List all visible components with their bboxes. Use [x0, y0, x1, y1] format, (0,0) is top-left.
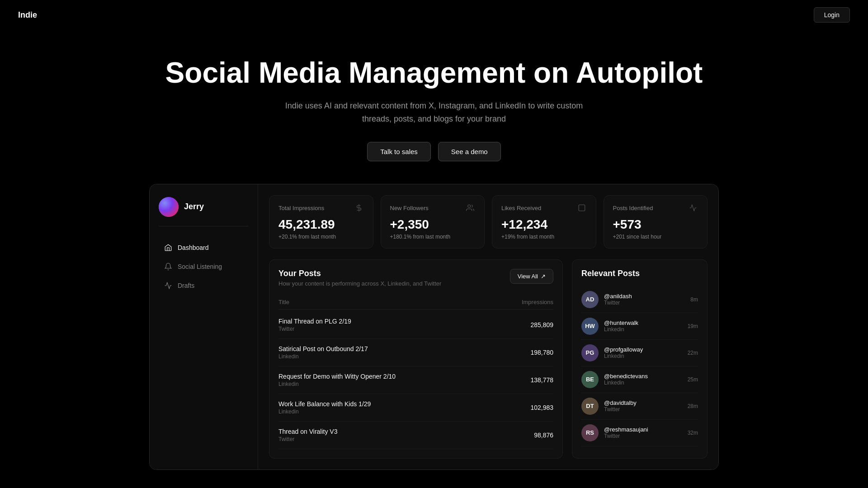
stat-change: +20.1% from last month	[278, 234, 364, 240]
row-impressions: 285,809	[530, 321, 553, 328]
rel-info: @anildash Twitter	[604, 293, 685, 306]
table-row[interactable]: Final Thread on PLG 2/19 Twitter 285,809	[278, 311, 553, 339]
row-impressions: 138,778	[530, 376, 553, 384]
rel-handle: @anildash	[604, 293, 685, 300]
table-row[interactable]: Request for Demo with Witty Opener 2/10 …	[278, 366, 553, 394]
sidebar-item-social-listening-label: Social Listening	[178, 263, 222, 270]
rel-platform: Twitter	[604, 433, 682, 439]
stat-cards: Total Impressions 45,231.89 +20.1% from …	[269, 195, 708, 249]
rel-info: @reshmasaujani Twitter	[604, 426, 682, 439]
stat-value: +2,350	[390, 217, 476, 232]
rel-handle: @reshmasaujani	[604, 426, 682, 433]
relevant-item[interactable]: RS @reshmasaujani Twitter 32m	[581, 420, 698, 446]
stat-card-header: Total Impressions	[278, 204, 364, 213]
svg-point-1	[468, 205, 471, 207]
stat-value: +573	[613, 217, 698, 232]
hero-section: Social Media Management on Autopilot Ind…	[0, 30, 868, 184]
hero-buttons: Talk to sales See a demo	[18, 142, 850, 161]
rel-info: @benedictevans Linkedin	[604, 373, 682, 386]
row-info: Thread on Virality V3 Twitter	[278, 428, 337, 442]
rel-time: 25m	[688, 376, 698, 383]
row-title: Request for Demo with Witty Opener 2/10	[278, 373, 396, 380]
rel-handle: @hunterwalk	[604, 319, 682, 326]
relevant-item[interactable]: DT @davidtalby Twitter 28m	[581, 393, 698, 420]
rel-time: 32m	[688, 430, 698, 436]
rel-time: 28m	[688, 403, 698, 409]
view-all-button[interactable]: View All ↗	[510, 269, 553, 284]
posts-subtitle: How your content is performing across X,…	[278, 280, 441, 287]
sidebar-item-social-listening[interactable]: Social Listening	[159, 258, 249, 275]
stat-value: 45,231.89	[278, 217, 364, 232]
hero-subtitle: Indie uses AI and relevant content from …	[271, 99, 597, 126]
top-nav: Indie Login	[0, 0, 868, 30]
stat-icon	[689, 204, 698, 213]
stat-label: New Followers	[390, 205, 429, 211]
stat-label: Total Impressions	[278, 205, 324, 211]
relevant-item[interactable]: PG @profgalloway Linkedin 22m	[581, 340, 698, 366]
login-button[interactable]: Login	[814, 7, 850, 23]
avatar	[159, 197, 179, 217]
rel-time: 22m	[688, 350, 698, 356]
col-impressions: Impressions	[522, 299, 553, 305]
row-impressions: 198,780	[530, 349, 553, 356]
row-info: Work Life Balance with Kids 1/29 Linkedi…	[278, 400, 371, 415]
main-content: Total Impressions 45,231.89 +20.1% from …	[258, 184, 718, 469]
sidebar: Jerry Dashboard Social Listening	[150, 184, 258, 469]
stat-label: Posts Identified	[613, 205, 653, 211]
sidebar-item-drafts-label: Drafts	[178, 282, 194, 289]
stat-change: +201 since last hour	[613, 234, 698, 240]
relevant-posts-section: Relevant Posts AD @anildash Twitter 8m H…	[572, 259, 708, 459]
table-row[interactable]: Work Life Balance with Kids 1/29 Linkedi…	[278, 394, 553, 422]
talk-to-sales-button[interactable]: Talk to sales	[367, 142, 431, 161]
stat-change: +19% from last month	[501, 234, 587, 240]
rel-platform: Twitter	[604, 406, 682, 413]
rel-handle: @benedictevans	[604, 373, 682, 380]
rel-info: @profgalloway Linkedin	[604, 346, 682, 359]
brand-logo: Indie	[18, 10, 37, 20]
rel-avatar: RS	[581, 424, 599, 441]
row-platform: Linkedin	[278, 353, 368, 360]
stat-card: Likes Received +12,234 +19% from last mo…	[492, 195, 596, 249]
row-impressions: 102,983	[530, 404, 553, 411]
rel-avatar: PG	[581, 344, 599, 361]
posts-table: Final Thread on PLG 2/19 Twitter 285,809…	[278, 311, 553, 449]
table-header: Title Impressions	[278, 295, 553, 310]
posts-title: Your Posts	[278, 269, 441, 278]
relevant-item[interactable]: BE @benedictevans Linkedin 25m	[581, 366, 698, 393]
home-icon	[164, 244, 172, 252]
posts-header-text: Your Posts How your content is performin…	[278, 269, 441, 287]
see-a-demo-button[interactable]: See a demo	[438, 142, 501, 161]
rel-time: 8m	[690, 296, 698, 303]
dashboard-container: Jerry Dashboard Social Listening	[149, 184, 719, 470]
row-platform: Twitter	[278, 436, 337, 442]
svg-rect-2	[579, 205, 585, 211]
hero-title: Social Media Management on Autopilot	[18, 57, 850, 89]
sidebar-item-drafts[interactable]: Drafts	[159, 277, 249, 294]
table-row[interactable]: Satirical Post on Outbound 2/17 Linkedin…	[278, 339, 553, 366]
chart-icon	[164, 282, 172, 290]
rel-platform: Linkedin	[604, 326, 682, 333]
sidebar-item-dashboard-label: Dashboard	[178, 244, 209, 251]
table-row[interactable]: Thread on Virality V3 Twitter 98,876	[278, 422, 553, 449]
user-name: Jerry	[184, 202, 204, 211]
row-platform: Twitter	[278, 326, 351, 332]
row-title: Thread on Virality V3	[278, 428, 337, 435]
rel-platform: Linkedin	[604, 353, 682, 359]
stat-icon	[355, 204, 364, 213]
posts-header: Your Posts How your content is performin…	[278, 269, 553, 287]
stat-value: +12,234	[501, 217, 587, 232]
rel-time: 19m	[688, 323, 698, 329]
relevant-item[interactable]: HW @hunterwalk Linkedin 19m	[581, 313, 698, 340]
row-info: Satirical Post on Outbound 2/17 Linkedin	[278, 345, 368, 360]
relevant-item[interactable]: AD @anildash Twitter 8m	[581, 286, 698, 313]
stat-card: Posts Identified +573 +201 since last ho…	[604, 195, 708, 249]
col-title: Title	[278, 299, 289, 305]
stat-icon	[466, 204, 475, 213]
rel-avatar: AD	[581, 291, 599, 308]
row-info: Request for Demo with Witty Opener 2/10 …	[278, 373, 396, 387]
user-profile: Jerry	[159, 197, 249, 226]
rel-handle: @profgalloway	[604, 346, 682, 353]
sidebar-nav: Dashboard Social Listening Drafts	[159, 239, 249, 294]
stat-card: New Followers +2,350 +180.1% from last m…	[381, 195, 485, 249]
sidebar-item-dashboard[interactable]: Dashboard	[159, 239, 249, 256]
